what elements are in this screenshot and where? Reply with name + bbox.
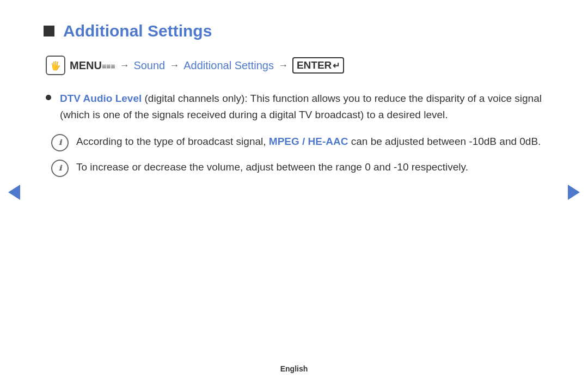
menu-remote-icon: 🖐	[46, 56, 65, 75]
enter-label: ENTER	[297, 59, 332, 71]
note-2-text: To increase or decrease the volume, adju…	[76, 161, 468, 173]
note-1-prefix: According to the type of broadcast signa…	[76, 136, 269, 147]
note-icon-1: ℹ	[51, 134, 69, 151]
bullet-text-dtv: DTV Audio Level (digital channels only):…	[60, 90, 544, 124]
note-item-1: ℹ According to the type of broadcast sig…	[51, 133, 544, 151]
menu-path: 🖐 MENU≡≡≡ → Sound → Additional Settings …	[46, 56, 544, 75]
bullet-dot-icon	[46, 95, 51, 100]
section-title: Additional Settings	[63, 22, 212, 40]
content-body: DTV Audio Level (digital channels only):…	[46, 90, 544, 185]
additional-settings-label: Additional Settings	[183, 59, 274, 72]
nav-left-button[interactable]	[7, 185, 22, 200]
arrow-3: →	[278, 60, 288, 71]
menu-label: MENU≡≡≡	[70, 59, 115, 72]
nav-right-button[interactable]	[566, 185, 581, 200]
enter-icon: ENTER↵	[292, 57, 344, 74]
dtv-term-label: DTV Audio Level	[60, 93, 142, 104]
arrow-2: →	[169, 60, 179, 71]
footer-language: English	[280, 364, 308, 373]
section-heading: Additional Settings	[44, 22, 544, 40]
note-text-2: To increase or decrease the volume, adju…	[76, 159, 468, 175]
note-icon-2: ℹ	[51, 160, 69, 177]
note-1-suffix: can be adjusted between -10dB and 0dB.	[348, 136, 541, 147]
arrow-1: →	[119, 60, 129, 71]
heading-square-icon	[44, 26, 54, 36]
page-container: Additional Settings 🖐 MENU≡≡≡ → Sound → …	[0, 0, 588, 384]
mpeg-heaac-label: MPEG / HE-AAC	[269, 136, 348, 147]
sound-label: Sound	[133, 59, 165, 72]
bullet-item-dtv: DTV Audio Level (digital channels only):…	[46, 90, 544, 124]
note-item-2: ℹ To increase or decrease the volume, ad…	[51, 159, 544, 177]
note-text-1: According to the type of broadcast signa…	[76, 133, 541, 150]
